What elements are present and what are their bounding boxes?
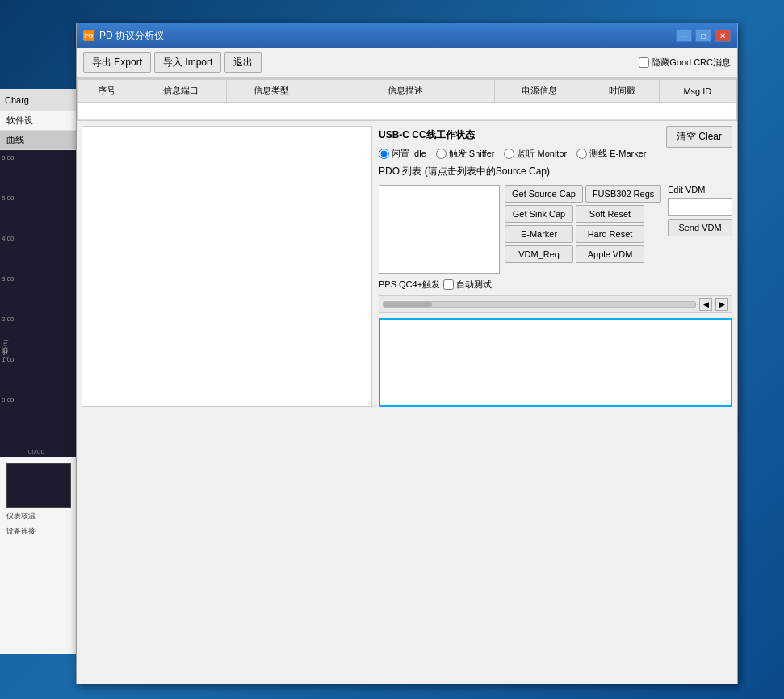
edit-vdm-section: Edit VDM Send VDM xyxy=(668,185,732,274)
data-table-container: 序号 信息端口 信息类型 信息描述 电源信息 时间戳 Msg ID xyxy=(77,78,737,121)
col-port: 信息端口 xyxy=(136,80,226,103)
pdo-btn-row-2: Get Sink Cap Soft Reset xyxy=(505,205,661,223)
title-bar: PD PD 协议分析仪 ─ □ ✕ xyxy=(77,23,737,48)
main-window: PD PD 协议分析仪 ─ □ ✕ 导出 Export 导入 Import 退出… xyxy=(76,23,738,684)
get-source-cap-button[interactable]: Get Source Cap xyxy=(505,185,583,203)
vdm-req-button[interactable]: VDM_Req xyxy=(505,245,573,263)
e-marker-button[interactable]: E-Marker xyxy=(505,225,573,243)
log-textarea[interactable] xyxy=(379,318,732,407)
pdo-title: PDO 列表 (请点击列表中的Source Cap) xyxy=(379,165,732,178)
status-label: 设备连接 xyxy=(6,525,69,538)
pps-section: PPS QC4+触发 自动测试 xyxy=(379,278,732,291)
cc-status-title: USB-C CC线工作状态 xyxy=(379,128,475,142)
scroll-right-arrow[interactable]: ▶ xyxy=(715,298,728,311)
radio-emarker[interactable] xyxy=(576,149,587,159)
pdo-content: Get Source Cap FUSB302 Regs Get Sink Cap… xyxy=(379,185,732,274)
left-panel-bottom: 仪表核温 设备连接 xyxy=(0,457,76,545)
toolbar-left: 导出 Export 导入 Import 退出 xyxy=(83,52,262,73)
thumb-label: 仪表核温 xyxy=(6,509,69,523)
cc-status-row: USB-C CC线工作状态 清空 Clear xyxy=(379,126,732,148)
exit-button[interactable]: 退出 xyxy=(224,52,262,73)
x-label: 00:00 xyxy=(28,448,44,455)
title-controls: ─ □ ✕ xyxy=(676,29,731,42)
scroll-thumb[interactable] xyxy=(384,302,432,307)
col-seq: 序号 xyxy=(78,80,136,103)
radio-sniffer[interactable] xyxy=(436,149,447,159)
import-button[interactable]: 导入 Import xyxy=(154,52,221,73)
radio-idle[interactable] xyxy=(379,149,389,159)
pdo-btn-row-4: VDM_Req Apple VDM xyxy=(505,245,661,263)
auto-test-checkbox[interactable] xyxy=(443,279,454,290)
chart-area: 6.00 5.00 4.00 3.00 2.00 1.00 0.00 代线(Vo… xyxy=(0,150,77,457)
table-empty-body xyxy=(78,103,736,120)
toolbar-right: 隐藏Good CRC消息 xyxy=(639,57,731,69)
hide-crc-checkbox[interactable] xyxy=(639,57,649,68)
col-type: 信息类型 xyxy=(226,80,317,103)
maximize-button[interactable]: □ xyxy=(695,29,711,42)
minimize-button[interactable]: ─ xyxy=(676,29,692,42)
title-bar-left: PD PD 协议分析仪 xyxy=(83,29,164,43)
pdo-list-box[interactable] xyxy=(379,185,500,274)
col-desc: 信息描述 xyxy=(317,80,494,103)
send-vdm-button[interactable]: Send VDM xyxy=(668,219,732,236)
close-button[interactable]: ✕ xyxy=(715,29,731,42)
thumbnail-box xyxy=(6,463,71,508)
app-title: PD 协议分析仪 xyxy=(99,29,164,43)
hide-crc-label[interactable]: 隐藏Good CRC消息 xyxy=(639,57,731,69)
vdm-input-field[interactable] xyxy=(668,198,732,216)
clear-button[interactable]: 清空 Clear xyxy=(666,126,732,148)
cc-status-section: USB-C CC线工作状态 清空 Clear 闲置 Idle 触发 Sniffe… xyxy=(379,126,732,160)
mode-monitor[interactable]: 监听 Monitor xyxy=(504,148,567,160)
thumbnails: 仪表核温 设备连接 xyxy=(3,460,73,542)
export-button[interactable]: 导出 Export xyxy=(83,52,151,73)
bottom-left-panel xyxy=(82,126,372,407)
mode-emarker[interactable]: 测线 E-Marker xyxy=(576,148,646,160)
left-panel-title: Charg xyxy=(5,95,29,105)
mode-sniffer[interactable]: 触发 Sniffer xyxy=(436,148,495,160)
cc-mode-group: 闲置 Idle 触发 Sniffer 监听 Monitor 测线 E-Marke… xyxy=(379,148,732,160)
data-table: 序号 信息端口 信息类型 信息描述 电源信息 时间戳 Msg ID xyxy=(78,79,736,120)
app-icon: PD xyxy=(83,30,94,41)
fusb302-regs-button[interactable]: FUSB302 Regs xyxy=(585,185,661,203)
mode-idle[interactable]: 闲置 Idle xyxy=(379,148,426,160)
bottom-right-panel: USB-C CC线工作状态 清空 Clear 闲置 Idle 触发 Sniffe… xyxy=(379,126,732,407)
left-panel-header: Charg xyxy=(0,89,76,111)
pdo-section: PDO 列表 (请点击列表中的Source Cap) Get Source Ca… xyxy=(379,165,732,274)
y-label-0: 0.00 xyxy=(2,396,15,404)
get-sink-cap-button[interactable]: Get Sink Cap xyxy=(505,205,573,223)
edit-vdm-title: Edit VDM xyxy=(668,185,732,195)
scroll-bar-area: ◀ ▶ xyxy=(379,295,732,313)
pdo-btn-row-1: Get Source Cap FUSB302 Regs xyxy=(505,185,661,203)
soft-reset-button[interactable]: Soft Reset xyxy=(576,205,644,223)
table-header-row: 序号 信息端口 信息类型 信息描述 电源信息 时间戳 Msg ID xyxy=(78,80,736,103)
y-axis-title: 代线(Volt) xyxy=(2,199,10,360)
radio-monitor[interactable] xyxy=(504,149,514,159)
pdo-btn-row-3: E-Marker Hard Reset xyxy=(505,225,661,243)
scroll-track[interactable] xyxy=(383,301,696,308)
apple-vdm-button[interactable]: Apple VDM xyxy=(576,245,644,263)
left-panel: Charg 软件设 曲线 6.00 5.00 4.00 3.00 2.00 1.… xyxy=(0,89,77,654)
scroll-left-arrow[interactable]: ◀ xyxy=(699,298,712,311)
col-time: 时间戳 xyxy=(585,80,659,103)
left-tab-software[interactable]: 软件设 xyxy=(0,111,76,131)
col-msgid: Msg ID xyxy=(659,80,736,103)
y-label-6: 6.00 xyxy=(2,154,15,161)
col-power: 电源信息 xyxy=(494,80,585,103)
pps-label: PPS QC4+触发 xyxy=(379,278,440,291)
auto-test-label[interactable]: 自动测试 xyxy=(443,278,492,291)
hard-reset-button[interactable]: Hard Reset xyxy=(576,225,644,243)
pdo-buttons: Get Source Cap FUSB302 Regs Get Sink Cap… xyxy=(505,185,661,274)
bottom-section: USB-C CC线工作状态 清空 Clear 闲置 Idle 触发 Sniffe… xyxy=(77,121,737,412)
left-tab-chart[interactable]: 曲线 xyxy=(0,131,76,150)
toolbar: 导出 Export 导入 Import 退出 隐藏Good CRC消息 xyxy=(77,48,737,78)
